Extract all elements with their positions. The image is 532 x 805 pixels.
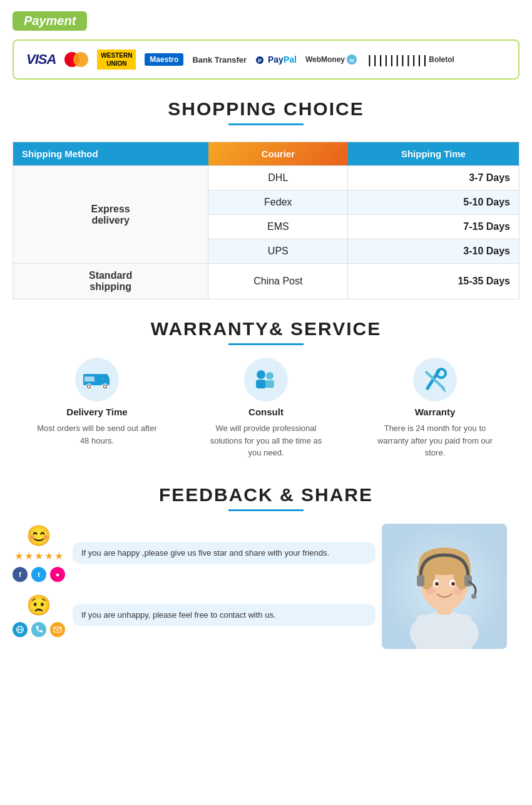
svg-point-36 bbox=[451, 582, 455, 586]
svg-point-40 bbox=[426, 588, 436, 595]
courier-ups: UPS bbox=[208, 239, 348, 264]
wrench-icon bbox=[421, 366, 449, 393]
svg-marker-6 bbox=[102, 374, 110, 378]
svg-point-14 bbox=[266, 372, 274, 380]
consult-icon-circle bbox=[244, 358, 288, 402]
happy-smiley: 😊 bbox=[26, 524, 51, 548]
globe-icon bbox=[13, 622, 28, 637]
phone-icon bbox=[31, 622, 46, 637]
warranty-icons-container: Delivery Time Most orders will be send o… bbox=[13, 358, 519, 459]
svg-point-39 bbox=[471, 594, 476, 599]
customer-service-illustration bbox=[382, 524, 507, 649]
shopping-section: SHOPPING CHOICE bbox=[0, 86, 532, 142]
customer-service-image bbox=[382, 524, 507, 649]
feedback-left: 😊 ★ ★ ★ ★ ★ f t ● If you are ha bbox=[13, 524, 376, 637]
flickr-icon: ● bbox=[50, 567, 65, 582]
unhappy-message-text: If you are unhappy, please feel free to … bbox=[81, 610, 276, 620]
table-row: Expressdelivery DHL 3-7 Days bbox=[13, 166, 519, 190]
shopping-title: SHOPPING CHOICE bbox=[13, 98, 519, 120]
truck-icon bbox=[83, 369, 111, 390]
time-ems: 7-15 Days bbox=[348, 215, 519, 239]
unhappy-message-bubble: If you are unhappy, please feel free to … bbox=[73, 604, 376, 626]
shipping-table: Shipping Method Courier Shipping Time Ex… bbox=[13, 142, 519, 299]
warranty-item-consult: Consult We will provide professional sol… bbox=[182, 358, 350, 459]
svg-point-8 bbox=[88, 385, 90, 388]
mail-icon bbox=[50, 622, 65, 637]
time-dhl: 3-7 Days bbox=[348, 166, 519, 190]
express-delivery-label: Expressdelivery bbox=[13, 166, 208, 264]
payment-label: Payment bbox=[13, 11, 87, 31]
time-fedex: 5-10 Days bbox=[348, 190, 519, 215]
svg-rect-37 bbox=[417, 575, 424, 586]
svg-rect-26 bbox=[416, 615, 473, 649]
table-row: Standardshipping China Post 15-35 Days bbox=[13, 264, 519, 299]
feedback-title: FEEDBACK & SHARE bbox=[13, 484, 519, 506]
warranty-desc: There is 24 month for you to warranty af… bbox=[372, 422, 498, 459]
courier-dhl: DHL bbox=[208, 166, 348, 190]
consult-title: Consult bbox=[248, 407, 284, 417]
svg-text:P: P bbox=[258, 58, 262, 64]
unhappy-icons-col: 😟 bbox=[13, 593, 65, 637]
feedback-unhappy-row: 😟 bbox=[13, 593, 376, 637]
stars-row: ★ ★ ★ ★ ★ bbox=[14, 550, 63, 562]
delivery-icon-circle bbox=[75, 358, 119, 402]
th-courier: Courier bbox=[208, 142, 348, 166]
time-ups: 3-10 Days bbox=[348, 239, 519, 264]
svg-point-10 bbox=[104, 385, 106, 388]
th-shipping-time: Shipping Time bbox=[348, 142, 519, 166]
warranty-item-warranty: Warranty There is 24 month for you to wa… bbox=[350, 358, 519, 459]
time-chinapost: 15-35 Days bbox=[348, 264, 519, 299]
courier-ems: EMS bbox=[208, 215, 348, 239]
delivery-time-title: Delivery Time bbox=[66, 407, 127, 417]
twitter-icon: t bbox=[31, 567, 46, 582]
feedback-section: FEEDBACK & SHARE 😊 ★ ★ ★ ★ ★ f t bbox=[0, 472, 532, 655]
warranty-icon-circle bbox=[413, 358, 457, 402]
visa-logo: VISA bbox=[26, 51, 56, 68]
payment-section: Payment VISA WESTERNUNION Maestro Bank T… bbox=[0, 0, 532, 86]
webmoney-logo: WebMoney W bbox=[305, 54, 357, 65]
svg-rect-38 bbox=[464, 575, 472, 586]
courier-chinapost: China Post bbox=[208, 264, 348, 299]
warranty-section: WARRANTY& SERVICE Delivery Time Most ord… bbox=[0, 299, 532, 472]
feedback-content: 😊 ★ ★ ★ ★ ★ f t ● If you are ha bbox=[13, 524, 519, 649]
unhappy-smiley: 😟 bbox=[26, 593, 51, 617]
consult-desc: We will provide professional solutions f… bbox=[203, 422, 329, 459]
warranty-title-underline bbox=[228, 343, 304, 345]
mastercard-logo bbox=[64, 52, 88, 67]
bank-transfer-label: Bank Transfer bbox=[192, 55, 247, 65]
social-icons: f t ● bbox=[13, 567, 65, 582]
warranty-item-delivery: Delivery Time Most orders will be send o… bbox=[13, 358, 182, 459]
svg-rect-13 bbox=[256, 380, 266, 388]
payment-box: VISA WESTERNUNION Maestro Bank Transfer … bbox=[13, 39, 519, 80]
shopping-title-underline bbox=[228, 123, 304, 125]
happy-message-text: If you are happy ,please give us five st… bbox=[81, 548, 329, 558]
maestro-logo: Maestro bbox=[145, 53, 183, 66]
svg-point-35 bbox=[435, 582, 439, 586]
svg-rect-15 bbox=[265, 380, 274, 388]
feedback-happy-row: 😊 ★ ★ ★ ★ ★ f t ● If you are ha bbox=[13, 524, 376, 582]
contact-icons bbox=[13, 622, 65, 637]
facebook-icon: f bbox=[13, 567, 28, 582]
feedback-title-underline bbox=[228, 509, 304, 511]
th-shipping-method: Shipping Method bbox=[13, 142, 208, 166]
delivery-time-desc: Most orders will be send out after 48 ho… bbox=[34, 422, 160, 447]
warranty-title-label: Warranty bbox=[415, 407, 455, 417]
paypal-logo: P PayPal bbox=[255, 55, 297, 65]
happy-icons-col: 😊 ★ ★ ★ ★ ★ f t ● bbox=[13, 524, 65, 582]
svg-rect-11 bbox=[84, 377, 95, 382]
western-union-logo: WESTERNUNION bbox=[97, 49, 136, 70]
consult-icon bbox=[252, 366, 280, 393]
standard-shipping-label: Standardshipping bbox=[13, 264, 208, 299]
feedback-right bbox=[382, 524, 519, 649]
happy-message-bubble: If you are happy ,please give us five st… bbox=[73, 542, 376, 564]
warranty-title: WARRANTY& SERVICE bbox=[13, 318, 519, 340]
svg-point-12 bbox=[257, 370, 265, 379]
courier-fedex: Fedex bbox=[208, 190, 348, 215]
svg-text:W: W bbox=[349, 58, 354, 63]
svg-point-41 bbox=[453, 588, 463, 595]
boletol-logo: ||||||||||| Boletol bbox=[366, 53, 454, 66]
